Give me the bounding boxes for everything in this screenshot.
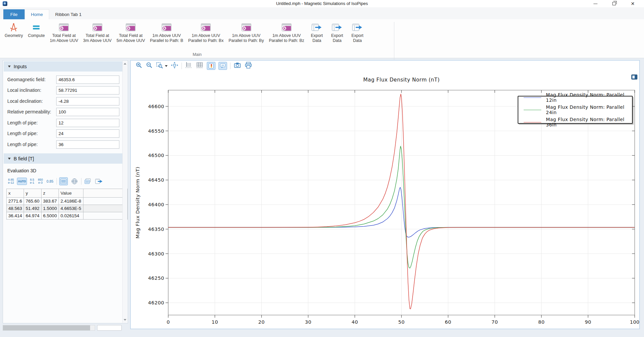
scroll-down-icon[interactable] <box>124 319 126 321</box>
chart-legend: Mag Flux Density Norm: Parallel 12in Mag… <box>518 96 633 124</box>
export-data-button-2[interactable]: ExportData <box>328 21 346 44</box>
scroll-up-icon[interactable] <box>124 63 126 65</box>
export-data-icon <box>331 22 343 33</box>
svg-text:46400: 46400 <box>148 202 164 207</box>
restore-icon <box>612 2 616 5</box>
compute-button[interactable]: Compute <box>27 21 46 39</box>
zoom-box-button[interactable] <box>156 62 163 70</box>
titlebar: Untitled.mph - Magnetic Simulations of I… <box>0 0 644 7</box>
show-grid-button[interactable] <box>196 62 204 70</box>
decimal-notation-button[interactable]: 0.85 <box>46 180 54 183</box>
print-button[interactable] <box>244 62 252 70</box>
evaluation-window-icon <box>58 22 69 33</box>
tab-file[interactable]: File <box>3 9 25 19</box>
pipe-length-36-input[interactable] <box>56 140 119 149</box>
total-field-1m-button[interactable]: Total Field at1m Above UUV <box>49 21 79 44</box>
zoom-out-icon <box>146 62 153 69</box>
bfield-section-header[interactable]: B field [T] <box>4 153 127 164</box>
vertical-scrollbar[interactable] <box>122 61 127 323</box>
show-axes-icon <box>185 62 193 69</box>
export-data-button-1[interactable]: ExportData <box>308 21 326 44</box>
table-row[interactable]: 48.563 51.492 1.5000 4.6653E-5 <box>7 205 128 212</box>
ribbon-group-separator <box>394 22 394 65</box>
legend-entry: Mag Flux Density Norm: Parallel 12in <box>524 92 632 103</box>
evaluation-table: x y z Value 2771.6 765.60 383.67 2.4186E… <box>6 189 128 220</box>
collapse-caret-icon <box>8 66 11 68</box>
panel-resize-handle[interactable] <box>97 325 122 331</box>
relative-permeability-input[interactable] <box>56 108 119 116</box>
inputs-section-header[interactable]: Inputs <box>4 61 127 72</box>
svg-text:60: 60 <box>445 319 451 325</box>
export-data-icon <box>311 22 322 33</box>
automatic-notation-button[interactable]: AUTO <box>17 178 27 185</box>
zoom-box-caret-icon[interactable] <box>165 65 168 67</box>
tooltip-toggle-button[interactable] <box>218 62 227 70</box>
geometry-compass-icon <box>8 22 19 33</box>
full-precision-button[interactable]: 8.85 e-12 <box>7 178 15 185</box>
show-axes-button[interactable] <box>185 62 193 70</box>
svg-text:46300: 46300 <box>148 251 164 256</box>
color-legend-toggle-button[interactable] <box>207 62 215 70</box>
zoom-box-icon <box>156 62 163 69</box>
engineering-notation-button[interactable]: 850 e-3 <box>37 178 44 185</box>
table-row[interactable]: 2771.6 765.60 383.67 2.4186E-8 <box>7 198 128 205</box>
minimize-button[interactable] <box>586 0 605 7</box>
compute-equals-icon <box>31 22 42 33</box>
total-field-5m-button[interactable]: Total Field at5m Above UUV <box>115 21 146 44</box>
geometry-button[interactable]: Geometry <box>3 21 24 39</box>
new-table-window-button[interactable] <box>84 177 92 185</box>
minimize-icon <box>593 4 597 4</box>
pipe-length-12-input[interactable] <box>56 119 119 127</box>
pipe-length-24-input[interactable] <box>56 129 119 138</box>
table-header-row: x y z Value <box>7 189 128 198</box>
svg-text:Mag Flux Density Norm (nT): Mag Flux Density Norm (nT) <box>135 167 140 239</box>
toolbar-separator <box>230 63 230 69</box>
scrollbar-thumb[interactable] <box>3 325 90 330</box>
parallel-path-by-button[interactable]: 1m Above UUVParallel to Path: By <box>227 21 265 44</box>
plot-window-icon[interactable] <box>631 75 637 80</box>
zoom-out-button[interactable] <box>146 62 153 70</box>
tab-home[interactable]: Home <box>25 9 49 19</box>
table-toolbar: 8.85 e-12 AUTO 8.5 e-1 850 e-3 0.85 <box>3 173 128 186</box>
svg-text:70: 70 <box>491 319 498 325</box>
parallel-path-bx-button[interactable]: 1m Above UUVParallel to Path: Bx <box>187 21 225 44</box>
geomagnetic-field-input[interactable] <box>56 76 119 84</box>
field-pipe-length-1: Length of pipe: <box>3 118 128 127</box>
total-field-3m-button[interactable]: Total Field at3m Above UUV <box>82 21 113 44</box>
svg-text:46350: 46350 <box>148 227 164 232</box>
show-grid-icon <box>196 62 204 69</box>
svg-text:80: 80 <box>538 319 545 325</box>
parallel-path-b-button[interactable]: 1m Above UUVParallel to Path: B <box>149 21 185 44</box>
restore-button[interactable] <box>605 0 623 7</box>
collapse-caret-icon <box>8 158 11 160</box>
parallel-path-bz-button[interactable]: 1m Above UUVParallel to Path: Bz <box>268 21 306 44</box>
color-legend-icon <box>208 63 214 69</box>
ribbon-group-label: Main <box>3 52 392 57</box>
horizontal-scrollbar[interactable] <box>3 325 95 331</box>
svg-text:46250: 46250 <box>148 275 164 281</box>
svg-text:46600: 46600 <box>148 104 164 109</box>
table-display-button[interactable] <box>59 177 68 185</box>
snapshot-camera-button[interactable] <box>233 62 241 70</box>
close-button[interactable]: ✕ <box>623 0 642 7</box>
svg-text:46500: 46500 <box>148 153 164 158</box>
sphere-view-button[interactable] <box>70 177 79 185</box>
toolbar-separator <box>182 63 182 69</box>
close-icon: ✕ <box>631 1 635 6</box>
scientific-notation-button[interactable]: 8.5 e-1 <box>29 178 35 185</box>
field-declination: Local declination: <box>3 97 128 105</box>
sphere-view-icon <box>71 178 78 185</box>
ribbon: Geometry Compute Total Field at1m Above … <box>0 19 644 58</box>
tab-ribbon-tab-1[interactable]: Ribbon Tab 1 <box>49 9 87 19</box>
table-row[interactable]: 36.414 64.974 6.5000 0.026154 <box>7 212 128 220</box>
field-pipe-length-3: Length of pipe: <box>3 140 128 149</box>
local-inclination-input[interactable] <box>56 86 119 94</box>
zoom-extents-button[interactable] <box>171 62 179 70</box>
new-table-window-icon <box>84 178 92 184</box>
export-data-button-3[interactable]: ExportData <box>348 21 366 44</box>
evaluation-3d-label: Evaluation 3D <box>3 164 128 173</box>
svg-text:10: 10 <box>212 319 218 325</box>
local-declination-input[interactable] <box>56 97 119 105</box>
zoom-in-button[interactable] <box>135 62 143 70</box>
export-table-button[interactable] <box>95 177 103 185</box>
